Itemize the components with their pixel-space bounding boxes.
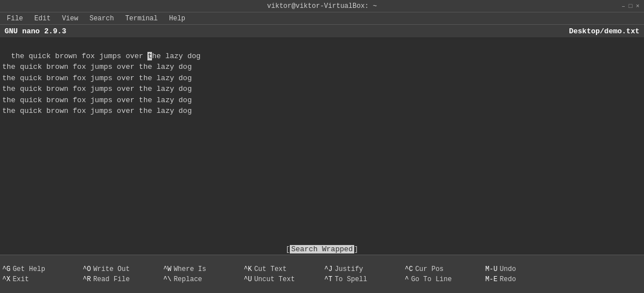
desc-to-spell: To Spell (334, 275, 367, 283)
shortcut-justify: ^J Justify ^T To Spell (322, 256, 403, 292)
desc-replace: Replace (173, 275, 202, 283)
desc-cur-pos: Cur Pos (415, 265, 443, 273)
key-where-is: ^W (163, 265, 171, 273)
editor-line-1b: he lazy dog the quick brown fox jumps ov… (2, 52, 201, 116)
menu-help[interactable]: Help (164, 14, 190, 24)
nano-filename: Desktop/demo.txt (569, 27, 639, 36)
menu-view[interactable]: View (58, 14, 83, 24)
shortcut-empty (564, 256, 645, 292)
key-justify: ^J (324, 265, 332, 273)
nano-header: GNU nano 2.9.3 Desktop/demo.txt (0, 25, 644, 37)
desc-justify: Justify (334, 265, 363, 273)
shortcut-cut-text: ^K Cut Text ^U Uncut Text (242, 256, 323, 292)
key-redo: M-E (485, 275, 498, 283)
titlebar: viktor@viktor-VirtualBox: ~ – □ × (0, 0, 644, 12)
desc-write-out: Write Out (93, 265, 130, 273)
desc-where-is: Where Is (173, 265, 206, 273)
maximize-button[interactable]: □ (629, 3, 633, 10)
desc-exit: Exit (12, 275, 29, 283)
menu-search[interactable]: Search (85, 14, 118, 24)
shortcut-write-out: ^O Write Out ^R Read File (81, 256, 162, 292)
search-banner: [ Search Wrapped ] (0, 243, 644, 255)
close-button[interactable]: × (636, 3, 639, 10)
desc-undo: Undo (500, 265, 516, 273)
shortcut-bar: ^G Get Help ^X Exit ^O Write Out ^R Read… (0, 255, 644, 293)
menu-edit[interactable]: Edit (30, 14, 55, 24)
key-get-help: ^G (2, 265, 10, 273)
editor-line-1: the quick brown fox jumps over (11, 52, 148, 60)
shortcut-where-is: ^W Where Is ^\ Replace (161, 256, 242, 292)
key-replace: ^\ (163, 275, 171, 283)
key-to-spell: ^T (324, 275, 332, 283)
search-banner-prefix: [ (286, 245, 290, 253)
key-exit: ^X (2, 275, 10, 283)
desc-get-help: Get Help (12, 265, 45, 273)
key-uncut-text: ^U (244, 275, 252, 283)
key-cut-text: ^K (244, 265, 252, 273)
menubar: File Edit View Search Terminal Help (0, 12, 644, 25)
menu-terminal[interactable]: Terminal (121, 14, 163, 24)
key-cur-pos: ^C (405, 265, 413, 273)
shortcut-undo: M-U Undo M-E Redo (483, 256, 564, 292)
desc-cut-text: Cut Text (254, 265, 287, 273)
desc-redo: Redo (500, 275, 516, 283)
minimize-button[interactable]: – (621, 3, 625, 10)
key-undo: M-U (485, 265, 498, 273)
desc-read-file: Read File (93, 275, 130, 283)
key-write-out: ^O (83, 265, 91, 273)
window-title: viktor@viktor-VirtualBox: ~ (0, 2, 644, 10)
nano-version: GNU nano 2.9.3 (5, 27, 66, 36)
key-read-file: ^R (83, 275, 91, 283)
shortcut-cur-pos: ^C Cur Pos ^ Go To Line (403, 256, 484, 292)
desc-go-to-line: Go To Line (411, 275, 452, 283)
key-go-to-line: ^ (405, 275, 409, 283)
search-banner-highlight: Search Wrapped (290, 245, 354, 253)
desc-uncut-text: Uncut Text (254, 275, 295, 283)
shortcut-get-help: ^G Get Help ^X Exit (0, 256, 81, 292)
window-controls[interactable]: – □ × (621, 3, 639, 10)
search-banner-suffix: ] (354, 245, 359, 253)
menu-file[interactable]: File (2, 14, 28, 24)
editor-area[interactable]: the quick brown fox jumps over the lazy … (0, 37, 644, 243)
